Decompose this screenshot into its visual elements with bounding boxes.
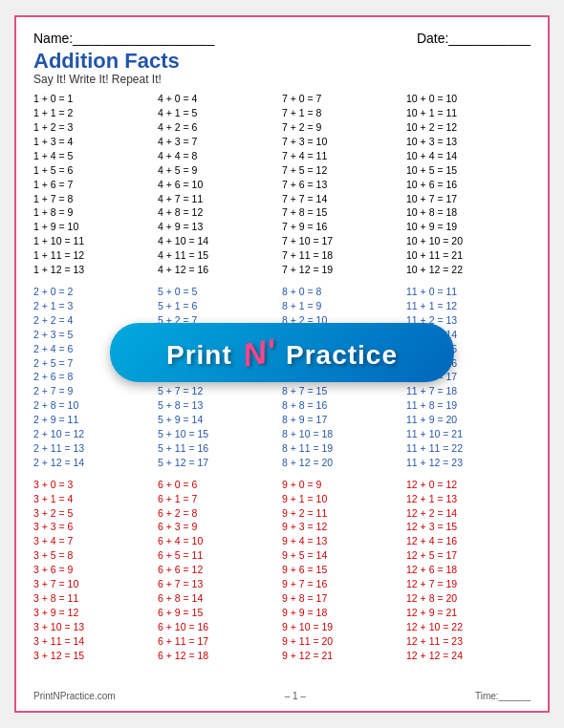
fact-item: 7 + 6 = 13 [282,178,402,192]
fact-item: 11 + 7 = 18 [406,384,527,398]
fact-item: 8 + 9 = 17 [282,413,402,427]
fact-item: 5 + 12 = 17 [158,456,278,470]
fact-item: 8 + 1 = 9 [282,299,402,313]
fact-item: 1 + 12 = 13 [33,263,154,277]
fact-item: 2 + 1 = 3 [33,299,154,313]
fact-item: 1 + 3 = 4 [33,135,154,149]
fact-item: 8 + 10 = 18 [282,427,402,441]
fact-item: 6 + 8 = 14 [158,591,278,606]
fact-item: 9 + 8 = 17 [282,591,402,606]
fact-item: 9 + 6 = 15 [282,563,402,577]
fact-item: 11 + 9 = 20 [406,413,527,427]
fact-item: 4 + 1 = 5 [158,106,278,120]
worksheet-page: Name:___________________ Date:__________… [14,15,550,713]
fact-item: 10 + 1 = 11 [406,106,527,120]
fact-item: 10 + 9 = 19 [406,220,527,234]
fact-item: 1 + 0 = 1 [33,92,154,106]
fact-item: 11 + 12 = 23 [406,456,527,470]
fact-item: 4 + 8 = 12 [158,205,278,220]
section-gap [282,470,402,478]
fact-item: 2 + 7 = 9 [33,384,154,398]
section-gap [158,470,278,478]
fact-item: 10 + 5 = 15 [406,163,527,178]
fact-item: 1 + 9 = 10 [33,220,154,234]
fact-item: 10 + 0 = 10 [406,92,527,106]
fact-item: 4 + 3 = 7 [158,135,278,149]
fact-item: 7 + 12 = 19 [282,263,402,277]
fact-item: 3 + 4 = 7 [33,534,154,548]
watermark-text: Print N' Practice [166,334,398,372]
fact-item: 3 + 5 = 8 [33,548,154,563]
fact-item: 7 + 3 = 10 [282,135,402,149]
fact-item: 12 + 1 = 13 [406,492,527,506]
fact-item: 7 + 9 = 16 [282,220,402,234]
name-label: Name: [33,31,73,46]
fact-item: 3 + 6 = 9 [33,563,154,577]
fact-item: 10 + 6 = 16 [406,178,527,192]
fact-item: 9 + 1 = 10 [282,492,402,506]
fact-item: 1 + 10 = 11 [33,234,154,248]
page-title: Addition Facts [33,50,531,73]
fact-item: 4 + 5 = 9 [158,163,278,178]
footer-website: PrintNPractice.com [33,691,116,701]
fact-item: 11 + 0 = 11 [406,285,527,299]
fact-item: 4 + 4 = 8 [158,149,278,163]
fact-item: 9 + 3 = 12 [282,520,402,534]
fact-item: 3 + 3 = 6 [33,520,154,534]
footer-page: – 1 – [285,691,306,701]
section-gap [33,277,154,285]
fact-item: 6 + 9 = 15 [158,606,278,620]
fact-item: 4 + 7 = 11 [158,192,278,206]
fact-item: 5 + 1 = 6 [158,299,278,313]
fact-item: 5 + 10 = 15 [158,427,278,441]
fact-item: 2 + 12 = 14 [33,456,154,470]
fact-item: 12 + 4 = 16 [406,534,527,548]
watermark-n: N' [239,332,278,374]
footer: PrintNPractice.com – 1 – Time:______ [33,691,531,701]
fact-item: 3 + 8 = 11 [33,591,154,606]
fact-item: 6 + 12 = 18 [158,649,278,663]
fact-item: 1 + 6 = 7 [33,178,154,192]
fact-item: 12 + 7 = 19 [406,577,527,591]
fact-item: 3 + 7 = 10 [33,577,154,591]
fact-item: 9 + 11 = 20 [282,634,402,649]
fact-item: 10 + 3 = 13 [406,135,527,149]
fact-item: 8 + 0 = 8 [282,285,402,299]
fact-item: 11 + 1 = 12 [406,299,527,313]
fact-item: 2 + 8 = 10 [33,398,154,413]
name-field: Name:___________________ [33,31,214,46]
fact-item: 10 + 10 = 20 [406,234,527,248]
fact-item: 9 + 7 = 16 [282,577,402,591]
fact-item: 6 + 10 = 16 [158,620,278,634]
fact-item: 7 + 0 = 7 [282,92,402,106]
fact-item: 6 + 5 = 11 [158,548,278,563]
fact-item: 4 + 10 = 14 [158,234,278,248]
fact-item: 7 + 2 = 9 [282,120,402,135]
fact-item: 7 + 4 = 11 [282,149,402,163]
fact-item: 4 + 9 = 13 [158,220,278,234]
fact-item: 6 + 4 = 10 [158,534,278,548]
fact-item: 6 + 11 = 17 [158,634,278,649]
fact-item: 4 + 11 = 15 [158,248,278,263]
fact-item: 7 + 8 = 15 [282,205,402,220]
fact-item: 3 + 0 = 3 [33,478,154,492]
fact-item: 11 + 8 = 19 [406,398,527,413]
fact-item: 12 + 10 = 22 [406,620,527,634]
fact-item: 7 + 5 = 12 [282,163,402,178]
fact-item: 5 + 7 = 12 [158,384,278,398]
fact-item: 9 + 12 = 21 [282,649,402,663]
fact-item: 3 + 12 = 15 [33,649,154,663]
subtitle: Say It! Write It! Repeat It! [33,73,531,86]
fact-item: 12 + 9 = 21 [406,606,527,620]
fact-item: 1 + 5 = 6 [33,163,154,178]
fact-item: 1 + 7 = 8 [33,192,154,206]
fact-item: 1 + 11 = 12 [33,248,154,263]
fact-item: 3 + 11 = 14 [33,634,154,649]
fact-item: 12 + 3 = 15 [406,520,527,534]
fact-item: 12 + 12 = 24 [406,649,527,663]
header-row: Name:___________________ Date:__________… [33,31,531,46]
fact-item: 9 + 10 = 19 [282,620,402,634]
date-field: Date:___________ [417,31,531,46]
fact-item: 8 + 7 = 15 [282,384,402,398]
fact-item: 12 + 8 = 20 [406,591,527,606]
